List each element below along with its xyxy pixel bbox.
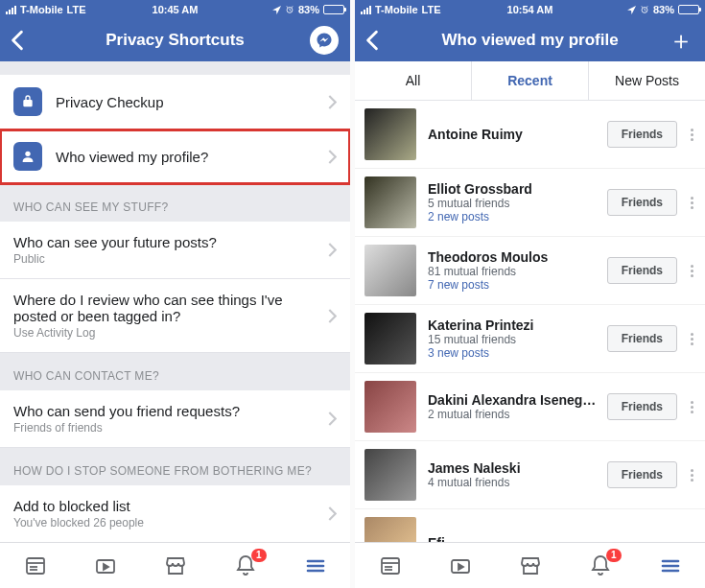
menu-icon bbox=[659, 554, 682, 577]
tab-feed[interactable] bbox=[24, 554, 47, 577]
avatar[interactable] bbox=[364, 313, 416, 365]
friends-button[interactable]: Friends bbox=[607, 189, 677, 216]
tab-watch[interactable] bbox=[449, 554, 472, 577]
row-title: Add to blocked list bbox=[13, 498, 328, 514]
svg-rect-2 bbox=[27, 558, 44, 574]
person-row[interactable]: Antoine Ruimy Friends bbox=[355, 101, 705, 169]
add-button[interactable]: ＋ bbox=[669, 19, 693, 61]
row-title: Who viewed my profile? bbox=[56, 149, 328, 165]
row-title: Privacy Checkup bbox=[56, 94, 328, 110]
messenger-button[interactable] bbox=[310, 19, 339, 61]
menu-icon bbox=[304, 554, 327, 577]
row-blocked-list[interactable]: Add to blocked list You've blocked 26 pe… bbox=[0, 485, 350, 543]
more-button[interactable] bbox=[687, 265, 697, 277]
messenger-icon bbox=[316, 32, 333, 49]
tab-feed[interactable] bbox=[379, 554, 402, 577]
avatar[interactable] bbox=[364, 176, 416, 228]
row-review-tagged[interactable]: Where do I review who can see things I'v… bbox=[0, 279, 350, 353]
friends-button[interactable]: Friends bbox=[607, 257, 677, 284]
row-subtitle: Use Activity Log bbox=[13, 326, 328, 340]
chevron-right-icon bbox=[328, 506, 337, 521]
notification-badge: 1 bbox=[251, 549, 267, 562]
person-link[interactable]: 7 new posts bbox=[428, 278, 599, 292]
battery-pct-label: 83% bbox=[653, 4, 674, 15]
more-button[interactable] bbox=[687, 333, 697, 345]
row-friend-requests[interactable]: Who can send you friend requests? Friend… bbox=[0, 390, 350, 448]
location-icon bbox=[272, 6, 281, 14]
lock-icon bbox=[13, 87, 42, 116]
avatar[interactable] bbox=[364, 449, 416, 501]
person-row[interactable]: Katerina Printezi 15 mutual friends 3 ne… bbox=[355, 305, 705, 373]
marketplace-icon bbox=[164, 554, 187, 577]
watch-icon bbox=[94, 554, 117, 577]
chevron-left-icon bbox=[10, 30, 25, 51]
chevron-right-icon bbox=[328, 95, 337, 109]
person-name: James Naleski bbox=[428, 460, 599, 476]
profile-icon bbox=[13, 142, 42, 171]
person-sub: 2 mutual friends bbox=[428, 408, 599, 421]
nav-bar: Privacy Shortcuts bbox=[0, 19, 350, 61]
chevron-right-icon bbox=[328, 412, 337, 426]
person-link[interactable]: 2 new posts bbox=[428, 210, 599, 223]
person-sub: 5 mutual friends bbox=[428, 197, 599, 210]
status-bar: T-Mobile LTE 10:54 AM 83% bbox=[355, 0, 705, 19]
person-row[interactable]: Elliot Grossbard 5 mutual friends 2 new … bbox=[355, 169, 705, 237]
more-button[interactable] bbox=[687, 197, 697, 209]
more-button[interactable] bbox=[687, 129, 697, 141]
tab-recent[interactable]: Recent bbox=[471, 61, 588, 100]
segment-tabs: All Recent New Posts bbox=[355, 61, 705, 101]
network-label: LTE bbox=[67, 4, 86, 15]
tab-all[interactable]: All bbox=[355, 61, 471, 100]
battery-icon bbox=[323, 5, 344, 14]
tab-menu[interactable] bbox=[659, 554, 682, 577]
tab-notifications[interactable]: 1 bbox=[234, 554, 257, 577]
avatar[interactable] bbox=[364, 381, 416, 433]
alarm-icon bbox=[285, 5, 294, 14]
friends-button[interactable]: Friends bbox=[607, 393, 677, 420]
person-row[interactable]: James Naleski 4 mutual friends Friends bbox=[355, 441, 705, 509]
row-title: Who can send you friend requests? bbox=[13, 403, 328, 419]
tab-marketplace[interactable] bbox=[164, 554, 187, 577]
friends-button[interactable]: Friends bbox=[607, 461, 677, 488]
chevron-left-icon bbox=[364, 30, 380, 51]
nav-title: Privacy Shortcuts bbox=[106, 31, 245, 50]
more-button[interactable] bbox=[687, 469, 697, 482]
person-row[interactable]: Dakini Alexandra Isenegger 2 mutual frie… bbox=[355, 373, 705, 441]
marketplace-icon bbox=[519, 554, 542, 577]
section-header: WHO CAN SEE MY STUFF? bbox=[0, 184, 350, 222]
tab-new-posts[interactable]: New Posts bbox=[588, 61, 705, 100]
battery-pct-label: 83% bbox=[298, 4, 319, 15]
row-subtitle: Public bbox=[13, 252, 328, 266]
person-name: Theodoros Moulos bbox=[428, 249, 599, 265]
carrier-label: T-Mobile bbox=[20, 4, 63, 15]
tab-watch[interactable] bbox=[94, 554, 117, 577]
signal-icon bbox=[6, 6, 16, 14]
tab-marketplace[interactable] bbox=[519, 554, 542, 577]
nav-bar: Who viewed my profile ＋ bbox=[355, 19, 705, 61]
person-row[interactable]: Theodoros Moulos 81 mutual friends 7 new… bbox=[355, 237, 705, 305]
alarm-icon bbox=[640, 5, 649, 14]
row-title: Where do I review who can see things I'v… bbox=[13, 292, 328, 324]
avatar[interactable] bbox=[364, 108, 416, 160]
friends-button[interactable]: Friends bbox=[607, 325, 677, 352]
avatar[interactable] bbox=[364, 245, 416, 296]
people-list[interactable]: Antoine Ruimy Friends Elliot Grossbard 5… bbox=[355, 101, 705, 588]
row-privacy-checkup[interactable]: Privacy Checkup bbox=[0, 75, 350, 129]
watch-icon bbox=[449, 554, 472, 577]
tab-menu[interactable] bbox=[304, 554, 327, 577]
back-button[interactable] bbox=[10, 19, 25, 61]
person-link[interactable]: 3 new posts bbox=[428, 346, 599, 360]
back-button[interactable] bbox=[364, 19, 380, 61]
person-name: Antoine Ruimy bbox=[428, 127, 599, 142]
row-future-posts[interactable]: Who can see your future posts? Public bbox=[0, 222, 350, 279]
section-header: WHO CAN CONTACT ME? bbox=[0, 353, 350, 390]
location-icon bbox=[627, 6, 636, 14]
friends-button[interactable]: Friends bbox=[607, 121, 677, 148]
bottom-tab-bar: 1 bbox=[355, 542, 705, 588]
tab-notifications[interactable]: 1 bbox=[589, 554, 612, 577]
more-button[interactable] bbox=[687, 401, 697, 413]
row-who-viewed-profile[interactable]: Who viewed my profile? bbox=[0, 129, 350, 184]
row-title: Who can see your future posts? bbox=[13, 234, 328, 250]
person-name: Katerina Printezi bbox=[428, 318, 599, 333]
feed-icon bbox=[379, 554, 402, 577]
